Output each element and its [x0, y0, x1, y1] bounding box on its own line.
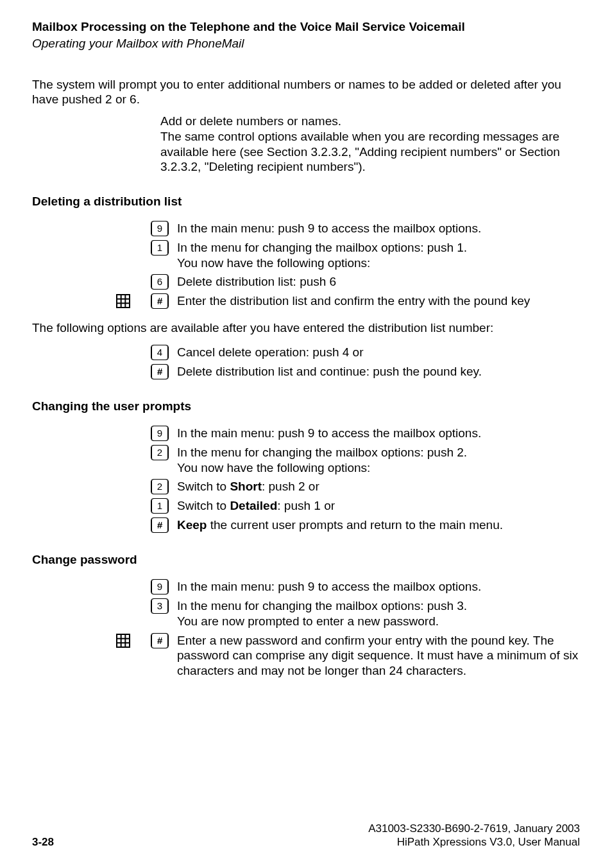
step-prefix: Switch to — [177, 499, 230, 512]
step-text: Enter a new password and confirm your en… — [172, 633, 580, 679]
key-9-icon: 9 — [151, 426, 169, 441]
step-row: # Enter a new password and confirm your … — [32, 633, 580, 679]
step-row: 6 Delete distribution list: push 6 — [32, 274, 580, 290]
step-row: # Enter the distribution list and confir… — [32, 293, 580, 309]
step-text: Enter the distribution list and confirm … — [172, 293, 580, 309]
step-row: 9 In the main menu: push 9 to access the… — [32, 221, 580, 236]
step-text: Keep the current user prompts and return… — [172, 517, 580, 533]
footer-docnum: A31003-S2330-B690-2-7619, January 2003 — [368, 822, 580, 835]
key-1-icon: 1 — [151, 498, 169, 514]
key-6-icon: 6 — [151, 274, 169, 290]
step-row: 9 In the main menu: push 9 to access the… — [32, 579, 580, 595]
step-row: 2 In the menu for changing the mailbox o… — [32, 445, 580, 476]
step-text: Delete distribution list: push 6 — [172, 274, 580, 290]
key-1-icon: 1 — [151, 240, 169, 256]
step-bold: Detailed — [230, 499, 277, 512]
page-footer: 3-28 A31003-S2330-B690-2-7619, January 2… — [32, 822, 580, 849]
key-hash-icon: # — [151, 633, 169, 648]
step-suffix: the current user prompts and return to t… — [207, 518, 503, 532]
step-bold: Keep — [177, 518, 207, 532]
step-bold: Short — [230, 480, 262, 493]
key-hash-icon: # — [151, 364, 169, 379]
add-delete-line: Add or delete numbers or names. — [160, 114, 580, 129]
key-3-icon: 3 — [151, 598, 169, 614]
step-row: 9 In the main menu: push 9 to access the… — [32, 426, 580, 441]
key-2-icon: 2 — [151, 479, 169, 494]
deleting-after-text: The following options are available afte… — [32, 320, 580, 336]
intro-paragraph: The system will prompt you to enter addi… — [32, 77, 580, 108]
key-9-icon: 9 — [151, 579, 169, 595]
step-text: Delete distribution list and continue: p… — [172, 364, 580, 379]
step-row: 1 Switch to Detailed: push 1 or — [32, 498, 580, 514]
step-text: In the menu for changing the mailbox opt… — [172, 445, 580, 476]
heading-deleting: Deleting a distribution list — [32, 194, 580, 209]
step-suffix: : push 1 or — [277, 499, 335, 512]
step-suffix: : push 2 or — [262, 480, 319, 493]
svg-rect-0 — [117, 295, 130, 308]
step-row: 1 In the menu for changing the mailbox o… — [32, 240, 580, 271]
step-prefix: Switch to — [177, 480, 230, 493]
page-header-subtitle: Operating your Mailbox with PhoneMail — [32, 36, 580, 51]
key-hash-icon: # — [151, 293, 169, 309]
key-4-icon: 4 — [151, 345, 169, 360]
step-row: 3 In the menu for changing the mailbox o… — [32, 598, 580, 629]
page-number: 3-28 — [32, 835, 54, 849]
key-2-icon: 2 — [151, 445, 169, 460]
key-hash-icon: # — [151, 517, 169, 533]
step-text: In the main menu: push 9 to access the m… — [172, 221, 580, 236]
step-text: In the menu for changing the mailbox opt… — [172, 598, 580, 629]
footer-docname: HiPath Xpressions V3.0, User Manual — [368, 835, 580, 849]
options-paragraph: The same control options available when … — [160, 129, 580, 175]
step-text: Switch to Short: push 2 or — [172, 479, 580, 494]
step-text: Switch to Detailed: push 1 or — [172, 498, 580, 514]
step-row: 4 Cancel delete operation: push 4 or — [32, 345, 580, 360]
keypad-grid-icon — [115, 633, 131, 648]
step-text: In the menu for changing the mailbox opt… — [172, 240, 580, 271]
step-text: In the main menu: push 9 to access the m… — [172, 579, 580, 595]
step-row: 2 Switch to Short: push 2 or — [32, 479, 580, 494]
step-text: In the main menu: push 9 to access the m… — [172, 426, 580, 441]
heading-changing: Changing the user prompts — [32, 399, 580, 414]
keypad-grid-icon — [115, 293, 131, 309]
step-text: Cancel delete operation: push 4 or — [172, 345, 580, 360]
page-header-title: Mailbox Processing on the Telephone and … — [32, 19, 580, 35]
step-row: # Keep the current user prompts and retu… — [32, 517, 580, 533]
step-row: # Delete distribution list and continue:… — [32, 364, 580, 379]
heading-password: Change password — [32, 552, 580, 568]
svg-rect-5 — [117, 634, 130, 647]
key-9-icon: 9 — [151, 221, 169, 236]
